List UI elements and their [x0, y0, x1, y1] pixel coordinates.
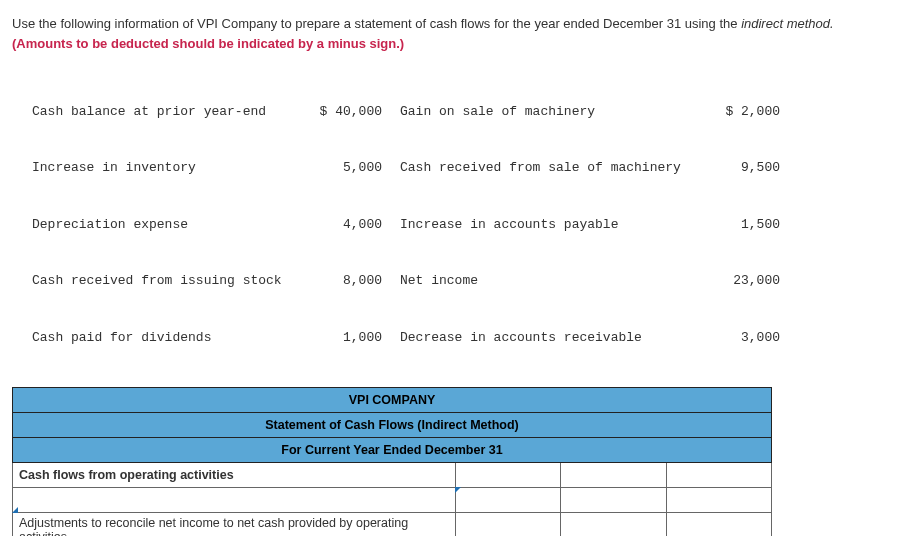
input-cell[interactable] — [455, 512, 560, 536]
input-cell[interactable] — [455, 462, 560, 487]
given-data-block: Cash balance at prior year-end $ 40,000 … — [32, 65, 889, 367]
section-adjustments: Adjustments to reconcile net income to n… — [13, 512, 456, 536]
data-row: Cash balance at prior year-end $ 40,000 … — [32, 103, 889, 122]
input-cell[interactable] — [561, 487, 666, 512]
data-row: Cash received from issuing stock 8,000 N… — [32, 272, 889, 291]
instruction-text: Use the following information of VPI Com… — [12, 16, 741, 31]
input-cell[interactable] — [666, 512, 771, 536]
table-header-title: Statement of Cash Flows (Indirect Method… — [13, 412, 772, 437]
data-row: Increase in inventory 5,000 Cash receive… — [32, 159, 889, 178]
input-cell[interactable] — [666, 487, 771, 512]
input-cell[interactable] — [561, 462, 666, 487]
question-instructions: Use the following information of VPI Com… — [12, 14, 889, 53]
instruction-red: (Amounts to be deducted should be indica… — [12, 36, 404, 51]
input-cell[interactable] — [666, 462, 771, 487]
input-cell[interactable] — [13, 487, 456, 512]
input-cell[interactable] — [455, 487, 560, 512]
table-header-company: VPI COMPANY — [13, 387, 772, 412]
data-row: Cash paid for dividends 1,000 Decrease i… — [32, 329, 889, 348]
instruction-italic: indirect method. — [741, 16, 834, 31]
section-operating: Cash flows from operating activities — [13, 462, 456, 487]
data-row: Depreciation expense 4,000 Increase in a… — [32, 216, 889, 235]
input-cell[interactable] — [561, 512, 666, 536]
cash-flow-statement-table: VPI COMPANY Statement of Cash Flows (Ind… — [12, 387, 772, 537]
table-header-period: For Current Year Ended December 31 — [13, 437, 772, 462]
